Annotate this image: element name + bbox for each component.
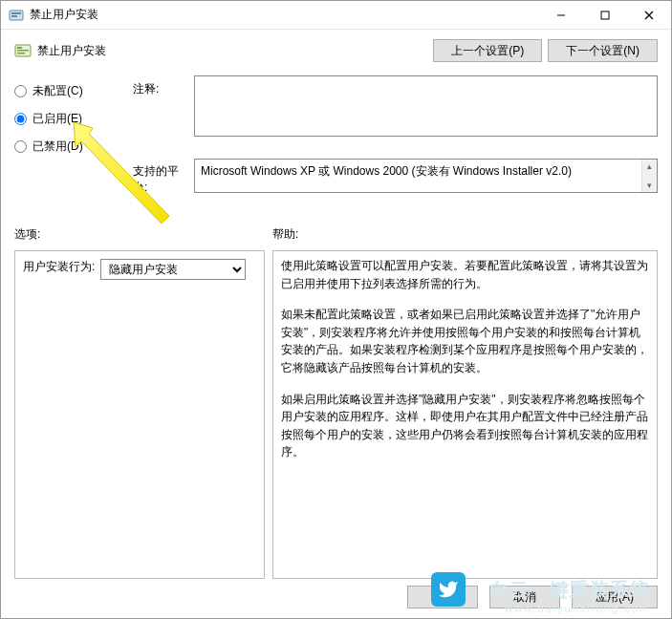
- radio-not-configured-input[interactable]: [14, 85, 27, 97]
- options-label: 选项:: [14, 226, 272, 243]
- comment-textarea[interactable]: [194, 75, 658, 137]
- radio-column: 未配置(C) 已启用(E) 已禁用(D): [14, 72, 129, 166]
- supported-platform-box[interactable]: Microsoft Windows XP 或 Windows 2000 (安装有…: [194, 159, 658, 193]
- help-label: 帮助:: [272, 226, 658, 243]
- radio-enabled[interactable]: 已启用(E): [14, 111, 129, 127]
- prev-setting-button[interactable]: 上一个设置(P): [433, 39, 542, 62]
- next-setting-button[interactable]: 下一个设置(N): [548, 39, 658, 62]
- radio-not-configured[interactable]: 未配置(C): [14, 83, 129, 99]
- field-column: Microsoft Windows XP 或 Windows 2000 (安装有…: [194, 72, 658, 193]
- radio-disabled-label: 已禁用(D): [33, 139, 83, 155]
- options-panel: 用户安装行为: 隐藏用户安装: [14, 250, 265, 579]
- config-area: 未配置(C) 已启用(E) 已禁用(D) 注释: 支持的平台: Microsof…: [1, 70, 671, 221]
- svg-rect-4: [601, 11, 609, 19]
- comment-label: 注释:: [133, 79, 190, 133]
- behavior-select[interactable]: 隐藏用户安装: [100, 259, 246, 280]
- radio-disabled-input[interactable]: [14, 140, 27, 153]
- radio-enabled-input[interactable]: [14, 113, 27, 125]
- cancel-button[interactable]: 取消: [489, 586, 560, 608]
- help-paragraph-3: 如果启用此策略设置并选择"隐藏用户安装"，则安装程序将忽略按照每个用户安装的应用…: [281, 391, 649, 461]
- minimize-button[interactable]: [539, 1, 583, 30]
- radio-not-configured-label: 未配置(C): [33, 83, 83, 99]
- footer: 确定 取消 应用(A): [401, 586, 658, 608]
- scroll-up-icon: ▴: [642, 160, 657, 173]
- svg-rect-1: [11, 12, 21, 14]
- radio-enabled-label: 已启用(E): [33, 111, 82, 127]
- supported-platform-text: Microsoft Windows XP 或 Windows 2000 (安装有…: [201, 164, 572, 178]
- help-paragraph-2: 如果未配置此策略设置，或者如果已启用此策略设置并选择了"允许用户安装"，则安装程…: [281, 306, 649, 376]
- field-labels: 注释: 支持的平台:: [133, 72, 190, 215]
- svg-rect-8: [17, 47, 22, 49]
- platform-scrollbar[interactable]: ▴ ▾: [641, 160, 657, 192]
- ok-button[interactable]: 确定: [407, 586, 478, 608]
- scroll-down-icon: ▾: [642, 179, 657, 192]
- help-panel[interactable]: 使用此策略设置可以配置用户安装。若要配置此策略设置，请将其设置为已启用并使用下拉…: [272, 250, 658, 579]
- lower-panels: 用户安装行为: 隐藏用户安装 使用此策略设置可以配置用户安装。若要配置此策略设置…: [1, 246, 671, 579]
- app-icon: [9, 8, 24, 23]
- svg-rect-10: [17, 53, 25, 54]
- window-title: 禁止用户安装: [30, 7, 539, 23]
- maximize-button[interactable]: [583, 1, 627, 30]
- section-labels: 选项: 帮助:: [1, 221, 671, 246]
- header: 禁止用户安装 上一个设置(P) 下一个设置(N): [1, 30, 671, 70]
- radio-disabled[interactable]: 已禁用(D): [14, 139, 129, 155]
- platform-label: 支持的平台:: [133, 161, 190, 215]
- policy-icon: [14, 42, 32, 59]
- help-paragraph-1: 使用此策略设置可以配置用户安装。若要配置此策略设置，请将其设置为已启用并使用下拉…: [281, 257, 649, 292]
- behavior-label: 用户安装行为:: [23, 259, 95, 275]
- titlebar: 禁止用户安装: [1, 1, 671, 30]
- svg-rect-9: [17, 50, 29, 52]
- svg-rect-2: [11, 15, 17, 17]
- page-title: 禁止用户安装: [37, 43, 427, 59]
- close-button[interactable]: [627, 1, 671, 30]
- apply-button[interactable]: 应用(A): [572, 586, 658, 608]
